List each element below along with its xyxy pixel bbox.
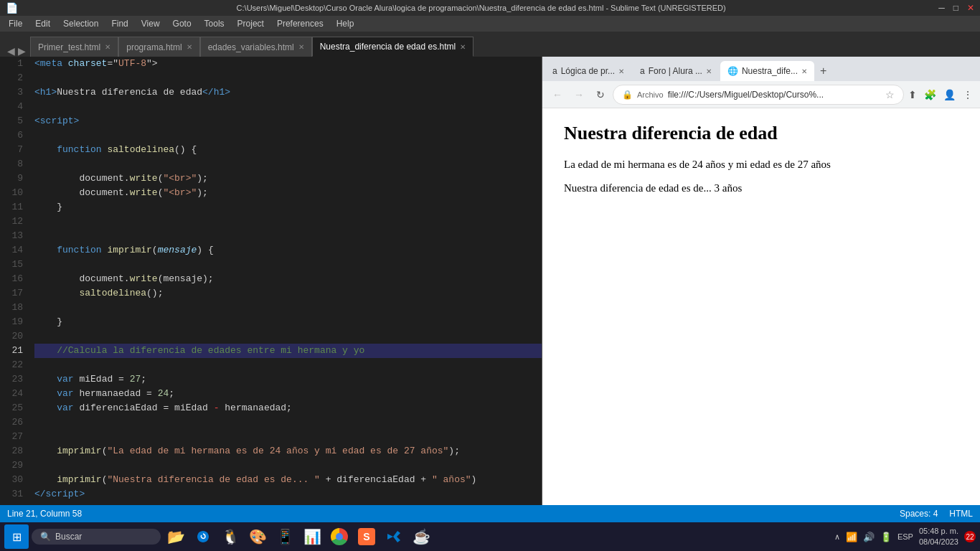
forward-button[interactable]: →	[570, 85, 588, 104]
taskbar-app-vscode[interactable]	[382, 524, 406, 549]
maximize-button[interactable]: □	[953, 3, 958, 13]
browser-extra-icons: ⬆ 🧩 👤 ⋮	[907, 88, 974, 102]
extensions-icon[interactable]: 🧩	[923, 88, 938, 102]
line-num-18: 18	[0, 301, 23, 315]
taskbar-app-edge[interactable]	[191, 524, 215, 549]
taskbar-app-java[interactable]: ☕	[409, 524, 433, 549]
taskbar-language: ESP	[897, 532, 913, 541]
menu-file[interactable]: File	[3, 17, 28, 30]
menu-dots-icon[interactable]: ⋮	[961, 88, 974, 102]
taskbar-date-text: 08/04/2023	[919, 537, 958, 547]
title-bar: 📄 C:\Users\Miguel\Desktop\Curso Oracle A…	[0, 0, 980, 16]
browser-tab-close-icon[interactable]: ✕	[618, 67, 624, 75]
code-line-7: function saltodelinea() {	[34, 143, 542, 157]
code-line-23: var miEdad = 27;	[34, 372, 542, 387]
menu-goto[interactable]: Goto	[167, 17, 197, 30]
taskbar: ⊞ 🔍 Buscar 📂 🐧 🎨 📱 📊 S ☕ ∧ 📶 🔊 🔋 ESP 05:…	[0, 522, 980, 551]
bookmark-icon[interactable]: ☆	[885, 89, 895, 100]
line-num-24: 24	[0, 387, 23, 401]
tab-close-icon[interactable]: ✕	[187, 43, 192, 51]
share-icon[interactable]: ⬆	[907, 88, 918, 102]
menu-project[interactable]: Project	[232, 17, 270, 30]
page-line2: Nuestra diferencia de edad es de... 3 añ…	[564, 182, 958, 194]
line-numbers: 1 2 3 4 5 6 7 8 9 10 11 12 13 14 15 16 1…	[0, 57, 29, 505]
code-line-6	[34, 128, 542, 143]
tab-edades[interactable]: edades_variables.html ✕	[200, 37, 312, 57]
taskbar-search[interactable]: 🔍 Buscar	[32, 529, 161, 545]
tab-label: Nuestra_diferencia de edad es.html	[320, 42, 456, 52]
taskbar-volume-icon: 🔊	[863, 532, 875, 542]
line-num-11: 11	[0, 200, 23, 215]
line-num-8: 8	[0, 157, 23, 171]
refresh-button[interactable]: ↻	[591, 85, 610, 104]
taskbar-app-office[interactable]: 📊	[300, 524, 324, 549]
browser-tab-close-icon[interactable]: ✕	[801, 67, 807, 75]
taskbar-right: ∧ 📶 🔊 🔋 ESP 05:48 p. m. 08/04/2023 22	[834, 526, 976, 548]
menu-edit[interactable]: Edit	[29, 17, 56, 30]
line-num-6: 6	[0, 128, 23, 143]
tab-close-icon[interactable]: ✕	[298, 43, 304, 51]
start-button[interactable]: ⊞	[4, 524, 29, 549]
tab-label: Primer_test.html	[38, 42, 100, 52]
page-heading: Nuestra diferencia de edad	[564, 123, 958, 144]
code-line-31: </script>	[34, 487, 542, 501]
browser-tab-foro[interactable]: a Foro | Alura ... ✕	[633, 61, 719, 81]
back-button[interactable]: ←	[548, 85, 567, 104]
new-tab-button[interactable]: +	[816, 61, 831, 81]
tab-programa[interactable]: programa.html ✕	[118, 37, 199, 57]
line-num-10: 10	[0, 186, 23, 200]
tab-primer-test[interactable]: Primer_test.html ✕	[30, 37, 118, 57]
title-icon: 📄	[6, 2, 18, 14]
taskbar-app-explorer[interactable]: 📂	[164, 524, 188, 549]
minimize-button[interactable]: ─	[938, 3, 945, 13]
taskbar-app-phone[interactable]: 📱	[273, 524, 297, 549]
line-num-13: 13	[0, 229, 23, 243]
menu-selection[interactable]: Selection	[57, 17, 104, 30]
code-line-25: var diferenciaEdad = miEdad - hermanaeda…	[34, 401, 542, 415]
taskbar-up-icon[interactable]: ∧	[834, 532, 840, 542]
taskbar-app-sublime[interactable]: S	[354, 524, 379, 549]
cursor-position: Line 21, Column 58	[7, 509, 82, 519]
profile-icon[interactable]: 👤	[942, 88, 957, 102]
tab-close-icon[interactable]: ✕	[460, 43, 466, 51]
code-line-28: imprimir("La edad de mi hermana es de 24…	[34, 444, 542, 458]
browser-tab-close-icon[interactable]: ✕	[706, 67, 712, 75]
tab-label: programa.html	[126, 42, 182, 52]
code-line-30: imprimir("Nuestra diferencia de edad es …	[34, 473, 542, 487]
menu-find[interactable]: Find	[105, 17, 133, 30]
menu-view[interactable]: View	[136, 17, 166, 30]
status-bar-right: Spaces: 4 HTML	[900, 509, 973, 519]
address-bar[interactable]: 🔒 Archivo file:///C:/Users/Miguel/Deskto…	[613, 85, 904, 105]
browser-tab-nuestra[interactable]: 🌐 Nuestra_dife... ✕	[720, 61, 814, 81]
menu-help[interactable]: Help	[331, 17, 360, 30]
line-num-30: 30	[0, 473, 23, 487]
taskbar-app-penguin[interactable]: 🐧	[218, 524, 242, 549]
tab-nav-arrows[interactable]: ◀ ▶	[3, 45, 30, 57]
menu-tools[interactable]: Tools	[199, 17, 230, 30]
tab-nuestra-diferencia[interactable]: Nuestra_diferencia de edad es.html ✕	[312, 37, 473, 57]
code-line-16: document.write(mensaje);	[34, 272, 542, 286]
menu-bar: File Edit Selection Find View Goto Tools…	[0, 16, 980, 32]
browser-tab-logica[interactable]: a Lógica de pr... ✕	[545, 61, 631, 81]
code-line-1: <meta charset="UTF-8">	[34, 57, 542, 71]
code-line-20	[34, 329, 542, 344]
code-line-17: saltodelinea();	[34, 286, 542, 301]
line-num-21: 21	[0, 344, 23, 358]
taskbar-app-paint[interactable]: 🎨	[245, 524, 270, 549]
close-button[interactable]: ✕	[967, 3, 974, 13]
code-editor[interactable]: 1 2 3 4 5 6 7 8 9 10 11 12 13 14 15 16 1…	[0, 57, 542, 505]
svg-marker-1	[387, 534, 393, 540]
code-line-18	[34, 301, 542, 315]
taskbar-clock[interactable]: 05:48 p. m. 08/04/2023	[919, 526, 958, 548]
code-line-11: }	[34, 200, 542, 215]
taskbar-notification-icon[interactable]: 22	[964, 531, 976, 542]
code-content[interactable]: <meta charset="UTF-8"> <h1>Nuestra difer…	[29, 57, 542, 505]
line-num-22: 22	[0, 358, 23, 372]
taskbar-app-chrome[interactable]	[327, 524, 352, 549]
lock-icon: 🔒	[622, 90, 633, 100]
code-line-29	[34, 458, 542, 473]
tab-close-icon[interactable]: ✕	[105, 43, 110, 51]
code-line-22	[34, 358, 542, 372]
menu-preferences[interactable]: Preferences	[271, 17, 329, 30]
line-num-27: 27	[0, 430, 23, 444]
